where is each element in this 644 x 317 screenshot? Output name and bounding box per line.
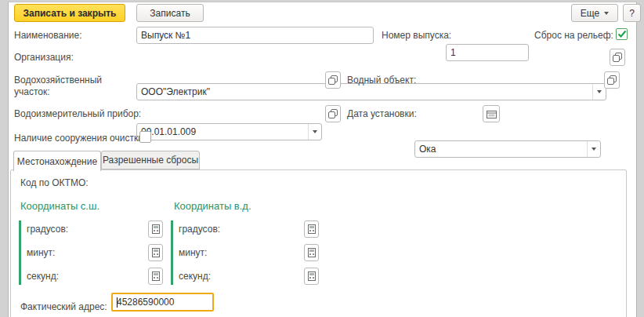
water-site-label: Водохозяйственный участок:: [14, 75, 132, 98]
checkmark-icon: [617, 30, 627, 38]
chevron-down-icon: [604, 12, 609, 15]
north-seconds-calc-button[interactable]: [148, 268, 163, 285]
actual-address-label: Фактический адрес:: [20, 301, 107, 313]
issue-number-input[interactable]: 1: [446, 44, 529, 61]
relief-discharge-checkbox[interactable]: [616, 28, 628, 40]
open-link-icon: [613, 53, 622, 62]
open-link-icon: [328, 109, 338, 118]
chevron-down-icon: [313, 130, 317, 133]
name-value: Выпуск №1: [141, 27, 190, 43]
tab-permitted-discharges[interactable]: Разрешенные сбросы: [101, 151, 200, 169]
name-input[interactable]: Выпуск №1: [136, 27, 374, 44]
oktmo-value: 45286590000: [117, 294, 174, 310]
save-and-close-button[interactable]: Записать и закрыть: [14, 4, 125, 22]
water-site-input[interactable]: 09.01.01.009: [136, 123, 322, 140]
oktmo-label: Код по ОКТМО:: [20, 177, 89, 189]
name-label: Наименование:: [14, 30, 82, 42]
calendar-icon: [487, 110, 497, 118]
calculator-icon: [308, 248, 316, 257]
water-object-label: Водный объект:: [347, 75, 416, 86]
location-tab-panel: [10, 169, 627, 317]
north-degrees-label: градусов:: [27, 224, 68, 235]
east-seconds-label: секунд:: [179, 271, 211, 282]
issue-number-value: 1: [450, 45, 456, 60]
east-degrees-calc-button[interactable]: [304, 220, 319, 238]
water-object-value: Ока: [419, 141, 436, 157]
tab-location[interactable]: Местонахождение: [13, 151, 101, 171]
coordinates-north-heading: Координаты с.ш.: [20, 200, 99, 212]
east-minutes-label: минут:: [179, 247, 207, 259]
measuring-device-open-button[interactable]: [325, 105, 341, 122]
north-minutes-label: минут:: [27, 247, 55, 259]
north-group-bar: [19, 220, 21, 285]
east-degrees-label: градусов:: [179, 224, 220, 235]
chevron-down-icon: [597, 90, 602, 93]
water-site-open-button[interactable]: [325, 71, 341, 89]
oktmo-input[interactable]: 45286590000: [111, 293, 214, 312]
north-minutes-calc-button[interactable]: [148, 244, 163, 261]
treatment-facility-label: Наличие сооружения очистки:: [14, 133, 146, 144]
more-button[interactable]: Еще: [571, 4, 618, 22]
install-date-label: Дата установки:: [347, 108, 417, 120]
water-object-open-button[interactable]: [604, 71, 620, 89]
open-link-icon: [328, 75, 338, 85]
north-degrees-calc-button[interactable]: [148, 220, 163, 238]
chevron-down-icon: [592, 148, 596, 151]
calendar-button[interactable]: [483, 105, 500, 122]
calculator-icon: [152, 248, 160, 257]
save-button[interactable]: Записать: [136, 4, 204, 22]
calculator-icon: [152, 224, 160, 234]
relief-discharge-label: Сброс на рельеф:: [534, 30, 613, 42]
calculator-icon: [152, 271, 160, 281]
calculator-icon: [308, 224, 316, 234]
coordinates-east-heading: Координаты в.д.: [174, 200, 251, 212]
water-object-dropdown-button[interactable]: [587, 141, 600, 157]
more-button-label: Еще: [581, 8, 599, 19]
organization-open-button[interactable]: [610, 49, 625, 66]
east-group-bar: [171, 220, 173, 285]
measuring-device-label: Водоизмерительный прибор:: [14, 108, 141, 120]
water-site-dropdown-button[interactable]: [308, 124, 321, 140]
treatment-facility-checkbox[interactable]: [139, 131, 151, 143]
help-button[interactable]: ?: [623, 4, 641, 22]
organization-value: ООО"Электрик": [141, 84, 210, 100]
east-minutes-calc-button[interactable]: [304, 244, 319, 261]
organization-label: Организация:: [14, 52, 74, 64]
open-link-icon: [607, 75, 617, 85]
east-seconds-calc-button[interactable]: [304, 268, 319, 285]
water-object-input[interactable]: Ока: [414, 140, 601, 158]
issue-number-label: Номер выпуска:: [382, 30, 451, 42]
calculator-icon: [308, 271, 316, 281]
north-seconds-label: секунд:: [27, 271, 59, 282]
